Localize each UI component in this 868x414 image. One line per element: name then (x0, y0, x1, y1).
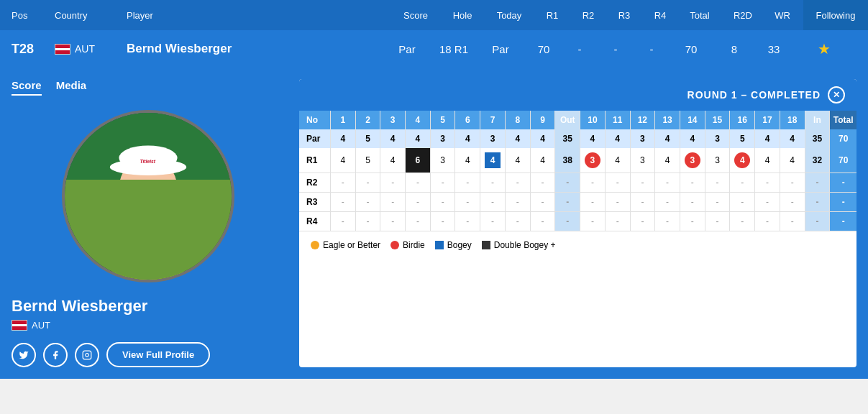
header-13: 13 (655, 111, 680, 129)
header-hole: Hole (441, 10, 484, 21)
r1-4: 6 (406, 148, 431, 173)
player-total: 70 (670, 43, 713, 55)
facebook-icon[interactable] (43, 343, 68, 367)
header-r4: R4 (642, 10, 678, 21)
r1-2: 5 (355, 148, 380, 173)
double-bogey-label: Double Bogey + (494, 240, 556, 250)
tab-media[interactable]: Media (56, 79, 87, 96)
svg-rect-6 (132, 188, 147, 197)
header-11: 11 (605, 111, 630, 129)
header-7: 7 (480, 111, 506, 129)
r1-7: 4 (480, 148, 506, 173)
player-r2d: 8 (713, 43, 756, 55)
header-total: Total (678, 10, 721, 21)
par-in: 35 (805, 129, 830, 148)
legend-bogey: Bogey (435, 240, 472, 250)
r1-total: 70 (830, 148, 856, 173)
double-bogey-square (482, 241, 490, 249)
header-score: Score (390, 10, 441, 21)
header-r2d: R2D (721, 10, 764, 21)
r1-3: 4 (380, 148, 406, 173)
svg-rect-0 (65, 113, 232, 280)
scorecard-table: No 1 2 3 4 5 6 7 8 9 Out 10 11 12 13 14 (299, 111, 856, 231)
r2-row: R2 - - - - - - - - - - - - - - - - (299, 173, 856, 193)
header-following: Following (803, 0, 868, 30)
header-r3: R3 (606, 10, 642, 21)
r1-18: 4 (780, 148, 805, 173)
par-1: 4 (330, 129, 355, 148)
r1-11: 4 (605, 148, 630, 173)
header-player: Player (127, 10, 390, 21)
par-4: 4 (406, 129, 431, 148)
r1-13: 4 (655, 148, 680, 173)
r1-14-birdie: 3 (685, 152, 700, 168)
par-6: 4 (455, 129, 480, 148)
par-10: 4 (580, 129, 606, 148)
r1-label: R1 (299, 148, 330, 173)
r1-in: 32 (805, 148, 830, 173)
svg-rect-11 (83, 351, 91, 359)
r1-14: 3 (680, 148, 705, 173)
legend-double-bogey: Double Bogey + (482, 240, 556, 250)
twitter-icon[interactable] (12, 343, 36, 367)
bogey-label: Bogey (447, 240, 472, 250)
nationality-code: AUT (32, 320, 50, 331)
header-in: In (805, 111, 830, 129)
leaderboard-header: Pos Country Player Score Hole Today R1 R… (0, 0, 868, 30)
bogey-square (435, 241, 444, 249)
close-button[interactable]: ✕ (828, 86, 845, 104)
content-area: Score Media (0, 68, 868, 379)
par-13: 4 (655, 129, 680, 148)
header-16: 16 (730, 111, 755, 129)
header-8: 8 (505, 111, 530, 129)
par-16: 5 (730, 129, 755, 148)
par-7: 3 (480, 129, 506, 148)
r1-8: 4 (505, 148, 530, 173)
player-following: ★ (792, 40, 856, 58)
tab-bar: Score Media (12, 79, 285, 96)
header-4: 4 (406, 111, 431, 129)
player-nationality: AUT (12, 320, 285, 331)
birdie-dot (390, 241, 399, 249)
par-15: 3 (705, 129, 730, 148)
following-star-icon[interactable]: ★ (818, 41, 831, 57)
header-12: 12 (630, 111, 655, 129)
tab-score[interactable]: Score (12, 79, 42, 96)
eagle-dot (311, 241, 319, 249)
player-r4: - (634, 43, 670, 55)
flag-austria-card (12, 320, 27, 331)
r1-7-bogey: 4 (485, 152, 501, 168)
player-r2: - (562, 43, 598, 55)
player-full-name: Bernd Wiesberger (12, 297, 285, 316)
eagle-label: Eagle or Better (323, 240, 380, 250)
par-label: Par (299, 129, 330, 148)
instagram-icon[interactable] (75, 343, 99, 367)
r4-label: R4 (299, 212, 330, 231)
r1-out: 38 (555, 148, 580, 173)
r1-17: 4 (755, 148, 780, 173)
r1-16: 4 (730, 148, 755, 173)
player-position: T28 (12, 42, 55, 57)
par-row: Par 4 5 4 4 3 4 3 4 4 35 4 4 3 4 4 3 (299, 129, 856, 148)
par-18: 4 (780, 129, 805, 148)
svg-rect-7 (150, 188, 165, 197)
svg-point-1 (103, 193, 193, 280)
r4-row: R4 - - - - - - - - - - - - - - - - (299, 212, 856, 231)
birdie-label: Birdie (403, 240, 425, 250)
score-legend: Eagle or Better Birdie Bogey Double Boge… (299, 231, 856, 259)
svg-point-10 (127, 202, 169, 218)
header-today: Today (484, 10, 534, 21)
header-2: 2 (355, 111, 380, 129)
header-wr: WR (764, 10, 800, 21)
player-today: Par (475, 43, 526, 55)
legend-birdie: Birdie (390, 240, 425, 250)
par-17: 4 (755, 129, 780, 148)
view-profile-button[interactable]: View Full Profile (106, 342, 210, 367)
r1-9: 4 (530, 148, 555, 173)
left-panel: Score Media (12, 79, 285, 367)
r1-6: 4 (455, 148, 480, 173)
header-1: 1 (330, 111, 355, 129)
par-out: 35 (555, 129, 580, 148)
header-15: 15 (705, 111, 730, 129)
par-3: 4 (380, 129, 406, 148)
